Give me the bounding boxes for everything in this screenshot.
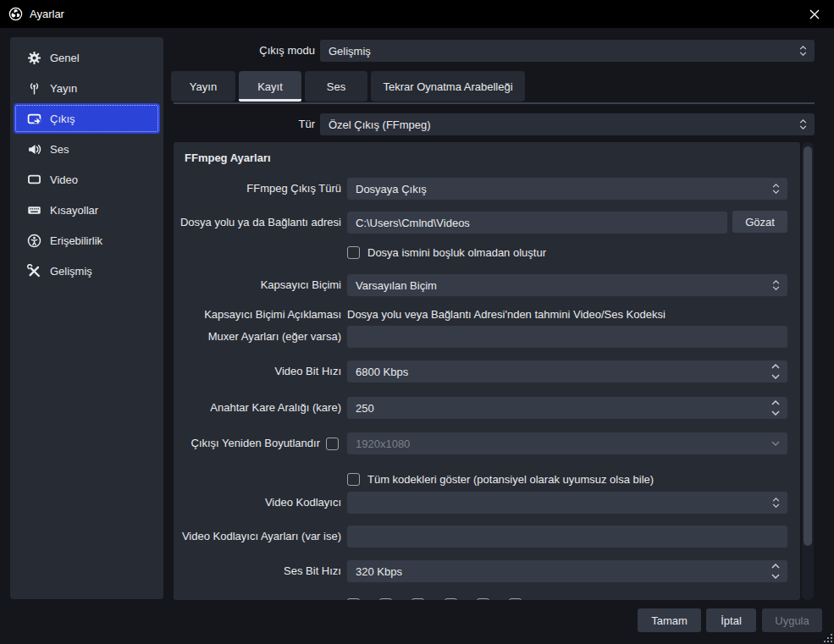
sidebar-item-cikis[interactable]: Çıkış	[14, 103, 160, 134]
tab-label: Ses	[327, 80, 345, 93]
title-bar: Ayarlar	[0, 0, 834, 28]
apply-button[interactable]: Uygula	[762, 608, 822, 632]
ok-button-label: Tamam	[651, 614, 688, 627]
container-desc-value: Dosya yolu veya Bağlantı Adresi'nden tah…	[347, 304, 666, 326]
browse-button[interactable]: Gözat	[732, 211, 787, 233]
sidebar-item-gelismis[interactable]: Gelişmiş	[14, 256, 160, 286]
cancel-button[interactable]: İptal	[706, 608, 756, 632]
output-mode-select[interactable]: Gelişmiş	[320, 40, 815, 62]
section-title: FFmpeg Ayarları	[185, 151, 271, 164]
type-value: Özel Çıkış (FFmpeg)	[329, 118, 431, 131]
audio-track-2-checkbox[interactable]	[379, 598, 392, 601]
audio-track-number: 1	[367, 598, 373, 601]
tab-ses[interactable]: Ses	[305, 71, 367, 102]
close-button[interactable]	[802, 0, 827, 28]
muxer-settings-input[interactable]	[347, 326, 787, 348]
settings-sidebar: Genel Yayın Çıkış	[10, 37, 163, 599]
broadcast-icon	[27, 81, 41, 96]
audio-track-label: Ses Parçası	[174, 593, 341, 600]
sidebar-item-label: Genel	[50, 52, 80, 64]
rescale-select[interactable]: 1920x1080	[347, 432, 787, 454]
audio-track-4-checkbox[interactable]	[445, 598, 457, 601]
combo-arrows-icon	[799, 46, 807, 56]
audio-bitrate-label: Ses Bit Hızı	[174, 560, 341, 582]
sidebar-item-label: Çıkış	[50, 113, 75, 125]
audio-track-number: 5	[496, 598, 502, 601]
output-mode-label: Çıkış modu	[174, 40, 315, 62]
video-encoder-settings-label: Video Kodlayıcı Ayarları (var ise)	[174, 526, 341, 548]
keyboard-icon	[27, 203, 41, 217]
tab-label: Kayıt	[257, 80, 283, 93]
sidebar-item-genel[interactable]: Genel	[14, 42, 160, 73]
container-format-value: Varsayılan Biçim	[356, 279, 437, 292]
audio-bitrate-value: 320 Kbps	[356, 565, 402, 578]
output-icon	[27, 112, 41, 126]
sidebar-item-label: Ses	[50, 143, 69, 156]
type-select[interactable]: Özel Çıkış (FFmpeg)	[320, 113, 815, 135]
tab-tekrar-oynatma[interactable]: Tekrar Oynatma Arabelleği	[371, 71, 525, 102]
ffmpeg-output-type-select[interactable]: Dosyaya Çıkış	[347, 178, 787, 200]
combo-arrows-icon	[772, 280, 780, 290]
container-format-label: Kapsayıcı Biçimi	[174, 274, 341, 296]
audio-track-3-checkbox[interactable]	[411, 598, 424, 601]
sidebar-item-yayin[interactable]: Yayın	[14, 73, 160, 103]
combo-arrows-icon	[799, 119, 807, 129]
sidebar-item-ses[interactable]: Ses	[14, 134, 160, 164]
audio-bitrate-spinbox[interactable]: 320 Kbps	[347, 560, 787, 582]
no-space-row: Dosya ismini boşluk olmadan oluştur	[347, 241, 546, 263]
type-label: Tür	[174, 113, 315, 135]
scrollbar-thumb[interactable]	[804, 146, 812, 546]
audio-track-6-checkbox[interactable]	[509, 598, 522, 601]
rescale-value: 1920x1080	[356, 438, 410, 450]
audio-track-1-checkbox[interactable]	[347, 598, 360, 601]
vertical-scrollbar[interactable]	[802, 142, 814, 600]
video-encoder-settings-input[interactable]	[347, 526, 787, 548]
sidebar-item-label: Yayın	[50, 82, 77, 95]
sidebar-item-kisayollar[interactable]: Kısayollar	[14, 195, 160, 225]
keyframe-interval-spinbox[interactable]: 250	[347, 397, 787, 419]
ffmpeg-settings-panel: FFmpeg Ayarları FFmpeg Çıkış Türü Dosyay…	[174, 142, 800, 600]
output-mode-value: Gelişmiş	[329, 45, 371, 58]
video-bitrate-label: Video Bit Hızı	[174, 361, 341, 383]
resize-grip-icon[interactable]	[822, 632, 832, 642]
audio-track-5-checkbox[interactable]	[477, 598, 489, 601]
audio-track-number: 6	[528, 598, 534, 601]
ffmpeg-output-type-label: FFmpeg Çıkış Türü	[174, 178, 341, 200]
tools-icon	[27, 264, 41, 278]
video-bitrate-value: 6800 Kbps	[356, 366, 408, 378]
gear-icon	[27, 51, 41, 65]
chevron-down-icon	[771, 441, 780, 446]
show-codecs-checkbox[interactable]	[347, 473, 360, 486]
rescale-checkbox[interactable]	[326, 438, 339, 450]
browse-button-label: Gözat	[745, 216, 775, 228]
sidebar-item-erisebilirlik[interactable]: Erişebilirlik	[14, 225, 160, 256]
rescale-label: Çıkışı Yeniden Boyutlandır	[174, 432, 320, 454]
file-path-label: Dosya yolu ya da Bağlantı adresi	[174, 212, 341, 234]
video-bitrate-spinbox[interactable]: 6800 Kbps	[347, 361, 787, 383]
obs-logo-icon	[8, 7, 23, 21]
container-format-select[interactable]: Varsayılan Biçim	[347, 274, 787, 296]
tab-yayin[interactable]: Yayın	[171, 71, 235, 102]
apply-button-label: Uygula	[775, 614, 809, 627]
container-desc-label: Kapsayıcı Biçimi Açıklaması	[174, 304, 341, 326]
no-space-checkbox[interactable]	[347, 246, 360, 259]
ok-button[interactable]: Tamam	[638, 608, 701, 632]
sidebar-item-label: Kısayollar	[50, 204, 98, 217]
video-encoder-select[interactable]	[347, 492, 787, 514]
keyframe-interval-value: 250	[356, 402, 374, 415]
muxer-settings-label: Muxer Ayarları (eğer varsa)	[174, 326, 341, 348]
ffmpeg-output-type-value: Dosyaya Çıkış	[356, 183, 427, 195]
spinbox-arrows-icon	[771, 361, 780, 383]
tab-kayit[interactable]: Kayıt	[239, 71, 301, 102]
file-path-input[interactable]	[347, 212, 727, 234]
tab-label: Yayın	[190, 80, 217, 93]
video-encoder-label: Video Kodlayıcı	[174, 492, 341, 514]
spinbox-arrows-icon	[771, 560, 780, 582]
audio-track-number: 3	[431, 598, 437, 601]
combo-arrows-icon	[772, 498, 780, 508]
show-codecs-row: Tüm kodekleri göster (potansiyel olarak …	[347, 468, 654, 490]
tab-divider	[174, 102, 815, 104]
audio-track-row: 1 2 3 4 5 6	[347, 593, 534, 600]
sidebar-item-video[interactable]: Video	[14, 164, 160, 195]
window-title: Ayarlar	[30, 8, 64, 20]
